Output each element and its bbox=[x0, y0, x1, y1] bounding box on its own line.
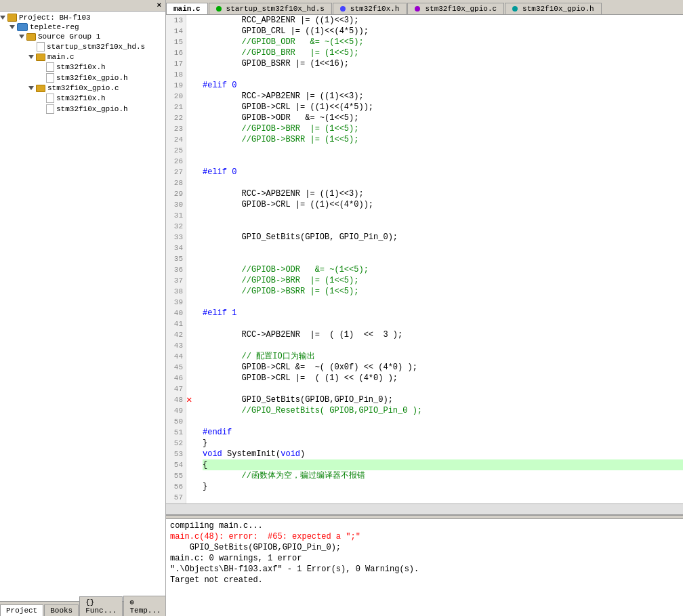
line-num-31: 31 bbox=[169, 210, 183, 221]
tree-item-stm32f10x-h-1[interactable]: stm32f10x.h bbox=[0, 62, 165, 73]
editor-hscroll[interactable] bbox=[166, 504, 683, 514]
code-line-36: //GPIOB->ODR &= ~(1<<5); bbox=[203, 264, 683, 275]
line-num-56: 56 bbox=[169, 481, 183, 492]
left-panel-close[interactable]: × bbox=[157, 1, 161, 9]
build-line: Target not created. bbox=[170, 575, 679, 586]
tree-label: startup_stm32f10x_hd.s bbox=[47, 43, 145, 51]
left-panel: × Project: BH-f103teplete-regSource Grou… bbox=[0, 0, 166, 616]
line-num-28: 28 bbox=[169, 178, 183, 188]
code-line-39 bbox=[203, 297, 683, 308]
code-line-37: //GPIOB->BRR |= (1<<5); bbox=[203, 275, 683, 286]
tab-project[interactable]: Project bbox=[0, 604, 43, 616]
build-line: ".\Objects\BH-f103.axf" - 1 Error(s), 0 … bbox=[170, 564, 679, 575]
line-num-24: 24 bbox=[169, 134, 183, 145]
code-line-17: GPIOB_BSRR |= (1<<16); bbox=[203, 58, 683, 69]
code-line-49: //GPIO_ResetBits( GPIOB,GPIO_Pin_0 ); bbox=[203, 405, 683, 416]
line-num-47: 47 bbox=[169, 384, 183, 394]
line-num-57: 57 bbox=[169, 492, 183, 503]
left-panel-tabs: ProjectBooks{} Func...⊕ Temp... bbox=[0, 601, 165, 616]
code-line-21: GPIOB->CRL |= ((1)<<(4*5)); bbox=[203, 102, 683, 112]
code-line-25 bbox=[203, 145, 683, 156]
file-icon bbox=[46, 73, 54, 83]
line-num-35: 35 bbox=[169, 253, 183, 264]
code-line-20: RCC->APB2ENR |= ((1)<<3); bbox=[203, 91, 683, 102]
tab-startup[interactable]: startup_stm32f10x_hd.s bbox=[209, 3, 332, 14]
editor-tabs: main.cstartup_stm32f10x_hd.sstm32f10x.hs… bbox=[166, 0, 683, 15]
line-num-34: 34 bbox=[169, 243, 183, 253]
tab-dot bbox=[216, 6, 222, 12]
tree-label: Source Group 1 bbox=[38, 33, 100, 41]
build-line: GPIO_SetBits(GPIOB,GPIO_Pin_0); bbox=[170, 542, 679, 553]
error-marker-col: ✕ bbox=[186, 15, 197, 504]
tab-dot bbox=[415, 6, 420, 12]
build-line: main.c: 0 warnings, 1 error bbox=[170, 553, 679, 564]
code-line-53: void SystemInit(void) bbox=[203, 449, 683, 459]
tab-label: main.c bbox=[173, 5, 201, 13]
code-line-54: { bbox=[203, 459, 683, 470]
line-num-17: 17 bbox=[169, 58, 183, 69]
tree-item-project-root[interactable]: Project: BH-f103 bbox=[0, 13, 165, 22]
tree-item-stm32f10x-h-2[interactable]: stm32f10x.h bbox=[0, 93, 165, 104]
line-num-42: 42 bbox=[169, 329, 183, 340]
code-content: RCC_APB2ENR |= ((1)<<3); GPIOB_CRL |= ((… bbox=[197, 15, 683, 504]
line-num-22: 22 bbox=[169, 112, 183, 123]
tree-item-main-c[interactable]: main.c bbox=[0, 52, 165, 62]
line-num-19: 19 bbox=[169, 80, 183, 91]
code-area[interactable]: 1314151617181920212223242526272829303132… bbox=[166, 15, 683, 504]
code-line-56: } bbox=[203, 481, 683, 492]
code-line-40: #elif 1 bbox=[203, 308, 683, 319]
tree-item-source-group[interactable]: Source Group 1 bbox=[0, 32, 165, 41]
line-num-52: 52 bbox=[169, 438, 183, 449]
tab-main-c[interactable]: main.c bbox=[166, 3, 208, 14]
folder-icon bbox=[26, 33, 36, 41]
code-line-14: GPIOB_CRL |= ((1)<<(4*5)); bbox=[203, 26, 683, 37]
tree-item-startup-file[interactable]: startup_stm32f10x_hd.s bbox=[0, 41, 165, 52]
tree-label: stm32f10x_gpio.c bbox=[47, 84, 119, 92]
tab-gpio-c[interactable]: stm32f10x_gpio.c bbox=[407, 3, 504, 14]
line-num-16: 16 bbox=[169, 47, 183, 58]
line-num-30: 30 bbox=[169, 199, 183, 210]
code-line-47 bbox=[203, 384, 683, 394]
tab-func[interactable]: {} Func... bbox=[79, 596, 123, 616]
tab-temp[interactable]: ⊕ Temp... bbox=[123, 596, 166, 616]
tree-item-stm32f10x-gpio-h-2[interactable]: stm32f10x_gpio.h bbox=[0, 104, 165, 115]
code-line-38: //GPIOB->BSRR |= (1<<5); bbox=[203, 286, 683, 297]
line-num-45: 45 bbox=[169, 362, 183, 373]
build-output-panel: compiling main.c...main.c(48): error: #6… bbox=[166, 514, 683, 616]
line-num-48: 48 bbox=[169, 394, 183, 405]
code-line-31 bbox=[203, 210, 683, 221]
line-num-27: 27 bbox=[169, 167, 183, 178]
project-icon bbox=[7, 14, 17, 22]
line-num-21: 21 bbox=[169, 102, 183, 112]
tree-item-stm32f10x-gpio-c[interactable]: stm32f10x_gpio.c bbox=[0, 83, 165, 93]
line-num-49: 49 bbox=[169, 405, 183, 416]
line-num-20: 20 bbox=[169, 91, 183, 102]
line-num-18: 18 bbox=[169, 69, 183, 80]
code-line-15: //GPIOB_ODR &= ~(1<<5); bbox=[203, 37, 683, 47]
code-line-58 bbox=[203, 503, 683, 504]
code-line-22: GPIOB->ODR &= ~(1<<5); bbox=[203, 112, 683, 123]
target-icon bbox=[17, 23, 28, 31]
code-line-46: GPIOB->CRL |= ( (1) << (4*0) ); bbox=[203, 373, 683, 384]
code-line-50 bbox=[203, 416, 683, 427]
code-line-41 bbox=[203, 319, 683, 329]
code-line-23: //GPIOB->BRR |= (1<<5); bbox=[203, 123, 683, 134]
line-num-41: 41 bbox=[169, 319, 183, 329]
tree-item-teplete-reg[interactable]: teplete-reg bbox=[0, 22, 165, 32]
code-line-24: //GPIOB->BSRR |= (1<<5); bbox=[203, 134, 683, 145]
line-num-55: 55 bbox=[169, 470, 183, 481]
code-line-26 bbox=[203, 156, 683, 167]
tab-books[interactable]: Books bbox=[44, 604, 79, 616]
error-marker: ✕ bbox=[186, 394, 192, 405]
left-panel-header: × bbox=[0, 0, 165, 12]
code-line-19: #elif 0 bbox=[203, 80, 683, 91]
tree-item-stm32f10x-gpio-h-1[interactable]: stm32f10x_gpio.h bbox=[0, 73, 165, 83]
line-num-29: 29 bbox=[169, 188, 183, 199]
tab-stm32f10x-h[interactable]: stm32f10x.h bbox=[333, 3, 407, 14]
line-num-33: 33 bbox=[169, 232, 183, 243]
code-line-43 bbox=[203, 340, 683, 351]
code-line-48: GPIO_SetBits(GPIOB,GPIO_Pin_0); bbox=[203, 394, 683, 405]
tab-label: startup_stm32f10x_hd.s bbox=[226, 5, 325, 13]
tab-gpio-h[interactable]: stm32f10x_gpio.h bbox=[505, 3, 602, 14]
tab-label: stm32f10x_gpio.c bbox=[425, 5, 497, 13]
